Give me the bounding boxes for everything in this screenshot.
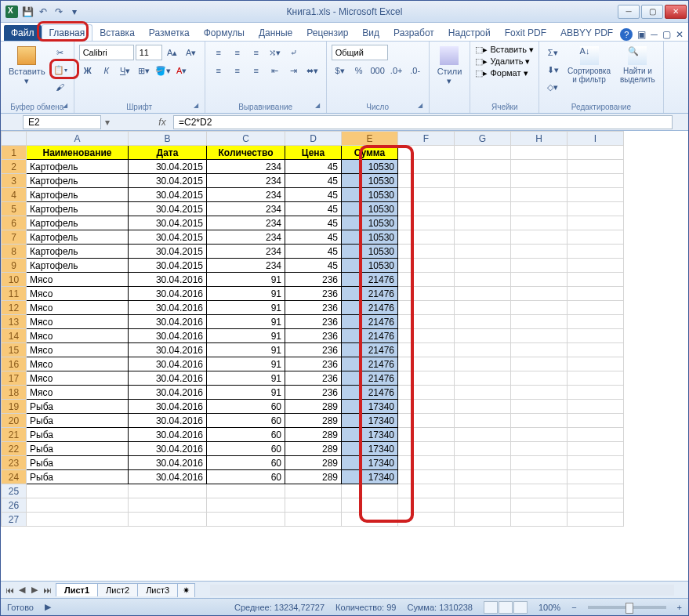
cell[interactable]: 236 bbox=[285, 371, 342, 386]
cell[interactable] bbox=[511, 160, 568, 174]
cell[interactable]: 17340 bbox=[342, 470, 398, 484]
cell[interactable]: 30.04.2016 bbox=[129, 329, 207, 343]
qat-undo-icon[interactable]: ↶ bbox=[37, 5, 49, 18]
cell[interactable]: 21476 bbox=[342, 287, 398, 301]
cell[interactable] bbox=[207, 498, 285, 513]
bold-button[interactable]: Ж bbox=[79, 63, 96, 78]
cell[interactable]: 60 bbox=[207, 456, 285, 470]
tab-addins[interactable]: Надстрой bbox=[441, 25, 498, 41]
cell[interactable] bbox=[398, 371, 455, 386]
cell[interactable] bbox=[455, 245, 511, 259]
column-header-D[interactable]: D bbox=[285, 132, 342, 146]
ribbon-collapse-icon[interactable]: ▣ bbox=[637, 29, 646, 40]
cell[interactable] bbox=[455, 498, 511, 513]
cell[interactable] bbox=[511, 301, 568, 315]
cell[interactable]: 236 bbox=[285, 315, 342, 329]
align-bottom-button[interactable]: ≡ bbox=[248, 45, 265, 60]
cell[interactable] bbox=[455, 386, 511, 400]
row-header-24[interactable]: 24 bbox=[2, 470, 27, 484]
cell[interactable] bbox=[511, 371, 568, 386]
tab-developer[interactable]: Разработ bbox=[386, 25, 441, 41]
row-header-6[interactable]: 6 bbox=[2, 216, 27, 230]
cell[interactable] bbox=[398, 245, 455, 259]
cell[interactable] bbox=[511, 245, 568, 259]
row-header-17[interactable]: 17 bbox=[2, 371, 27, 386]
cell[interactable]: 45 bbox=[285, 245, 342, 259]
cell[interactable] bbox=[511, 287, 568, 301]
cell[interactable]: 30.04.2015 bbox=[129, 259, 207, 273]
cell[interactable]: 30.04.2015 bbox=[129, 174, 207, 188]
cell[interactable] bbox=[398, 513, 455, 527]
cell[interactable] bbox=[568, 160, 624, 174]
decrease-indent-button[interactable]: ⇤ bbox=[267, 63, 284, 78]
cell[interactable]: Рыба bbox=[27, 442, 129, 456]
clipboard-dialog-icon[interactable]: ◢ bbox=[63, 102, 72, 111]
zoom-slider[interactable] bbox=[588, 606, 666, 609]
cell[interactable] bbox=[455, 160, 511, 174]
cell[interactable] bbox=[568, 315, 624, 329]
tab-abbyy[interactable]: ABBYY PDF bbox=[553, 25, 620, 41]
cell[interactable] bbox=[568, 400, 624, 414]
sort-filter-button[interactable]: A↓ Сортировка и фильтр bbox=[564, 45, 614, 101]
cell[interactable]: 91 bbox=[207, 329, 285, 343]
cell[interactable] bbox=[511, 230, 568, 245]
cell[interactable]: 10530 bbox=[342, 160, 398, 174]
column-header-A[interactable]: A bbox=[27, 132, 129, 146]
doc-close-icon[interactable]: ✕ bbox=[676, 29, 684, 40]
percent-button[interactable]: % bbox=[350, 63, 368, 78]
name-box[interactable]: E2 bbox=[23, 115, 101, 129]
close-button[interactable]: ✕ bbox=[665, 5, 687, 19]
row-header-10[interactable]: 10 bbox=[2, 273, 27, 287]
qat-more-icon[interactable]: ▾ bbox=[68, 5, 81, 18]
tab-view[interactable]: Вид bbox=[355, 25, 386, 41]
format-cells-button[interactable]: ⬚▸ Формат ▾ bbox=[475, 68, 534, 78]
cell[interactable]: 234 bbox=[207, 160, 285, 174]
orientation-button[interactable]: ⤭▾ bbox=[267, 45, 284, 60]
cell[interactable] bbox=[455, 329, 511, 343]
align-center-button[interactable]: ≡ bbox=[229, 63, 246, 78]
tab-insert[interactable]: Вставка bbox=[92, 25, 142, 41]
column-header-F[interactable]: F bbox=[398, 132, 455, 146]
wrap-text-button[interactable]: ⤶ bbox=[285, 45, 303, 60]
cell[interactable] bbox=[568, 343, 624, 357]
row-header-11[interactable]: 11 bbox=[2, 287, 27, 301]
cell[interactable] bbox=[455, 414, 511, 428]
font-color-button[interactable]: A▾ bbox=[173, 63, 190, 78]
cell[interactable] bbox=[568, 216, 624, 230]
cell[interactable] bbox=[455, 343, 511, 357]
cell[interactable] bbox=[129, 484, 207, 498]
cell[interactable]: Мясо bbox=[27, 301, 129, 315]
cell[interactable] bbox=[207, 484, 285, 498]
worksheet-grid[interactable]: ABCDEFGHI1НаименованиеДатаКоличествоЦена… bbox=[1, 131, 688, 581]
cell[interactable] bbox=[398, 259, 455, 273]
cell[interactable]: 289 bbox=[285, 456, 342, 470]
cell[interactable] bbox=[398, 470, 455, 484]
cell[interactable] bbox=[455, 188, 511, 202]
horizontal-scrollbar[interactable] bbox=[210, 585, 674, 596]
font-size-select[interactable] bbox=[136, 45, 162, 60]
sheet-nav-first-icon[interactable]: ⏮ bbox=[4, 585, 15, 596]
column-header-B[interactable]: B bbox=[129, 132, 207, 146]
view-pagelayout-button[interactable] bbox=[499, 601, 513, 614]
view-normal-button[interactable] bbox=[484, 601, 498, 614]
cell[interactable] bbox=[285, 484, 342, 498]
cell[interactable] bbox=[511, 498, 568, 513]
cell[interactable]: 17340 bbox=[342, 442, 398, 456]
cell[interactable] bbox=[511, 329, 568, 343]
cell[interactable] bbox=[511, 400, 568, 414]
cell[interactable]: Мясо bbox=[27, 315, 129, 329]
insert-cells-button[interactable]: ⬚▸ Вставить ▾ bbox=[475, 45, 534, 55]
cell[interactable] bbox=[568, 371, 624, 386]
cell[interactable] bbox=[568, 146, 624, 160]
cell[interactable]: Картофель bbox=[27, 259, 129, 273]
cell[interactable] bbox=[568, 245, 624, 259]
cell[interactable] bbox=[568, 386, 624, 400]
column-header-C[interactable]: C bbox=[207, 132, 285, 146]
cell[interactable]: 10530 bbox=[342, 174, 398, 188]
cell[interactable]: 234 bbox=[207, 245, 285, 259]
cell[interactable] bbox=[568, 230, 624, 245]
tab-home[interactable]: Главная bbox=[42, 24, 93, 41]
cell[interactable] bbox=[398, 498, 455, 513]
cell[interactable]: 30.04.2016 bbox=[129, 273, 207, 287]
row-header-8[interactable]: 8 bbox=[2, 245, 27, 259]
